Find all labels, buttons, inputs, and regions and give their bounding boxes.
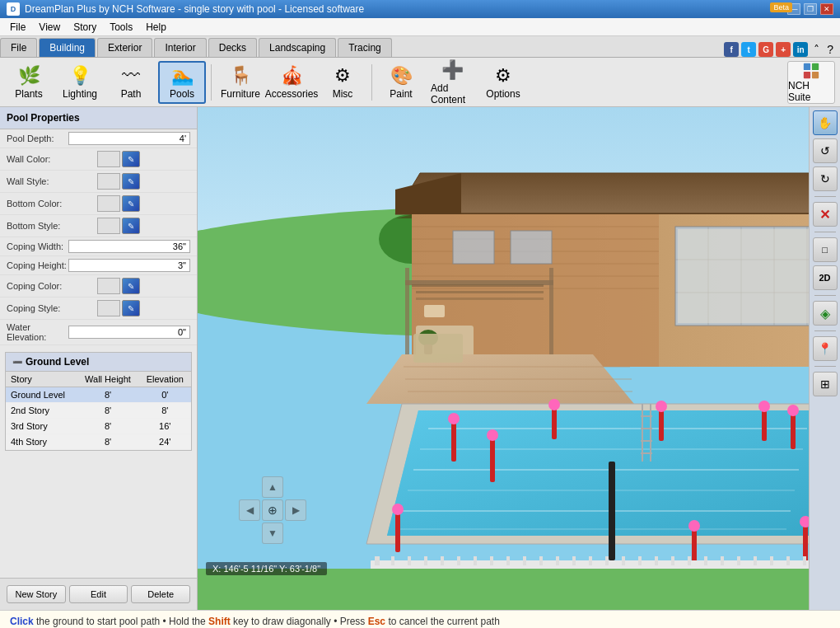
coping-height-input[interactable] [68,259,190,272]
water-elevation-input[interactable] [68,326,190,339]
coping-style-picker[interactable]: ✎ [122,300,140,316]
svg-rect-92 [589,556,592,573]
coping-style-box[interactable] [97,300,120,316]
close-button[interactable]: ✕ [820,3,833,15]
tool-misc[interactable]: ⚙ Misc [319,61,366,104]
story-row-1[interactable]: 2nd Story 8' 8' [6,403,191,419]
story-row-3[interactable]: 4th Story 8' 24' [6,434,191,450]
tool-2d-view-button[interactable]: 2D [813,265,838,290]
pools-icon: 🏊 [171,65,194,87]
title-bar: D DreamPlan Plus by NCH Software - singl… [0,0,840,18]
tab-landscaping[interactable]: Landscaping [259,38,336,57]
nav-right-button[interactable]: ▶ [285,499,306,521]
wall-color-box[interactable] [97,151,120,167]
help-icon[interactable]: ? [825,43,835,56]
status-text-1b: key to draw diagonally • Press [233,616,368,627]
tool-accessories-label: Accessories [265,88,319,100]
tool-furniture[interactable]: 🪑 Furniture [217,61,264,104]
coordinates-display: X: 146'-5 11/16" Y: 63'-1/8" [206,562,327,575]
svg-rect-73 [692,527,697,569]
linkedin-icon[interactable]: in [793,42,808,57]
nch-suite-button[interactable]: NCH Suite [787,61,835,104]
nav-up-button[interactable]: ▲ [262,476,283,498]
toolbar-separator-2 [371,64,372,101]
chevron-up-icon[interactable]: ˄ [810,43,823,56]
tab-exterior[interactable]: Exterior [97,38,152,57]
right-toolbar-sep-1 [814,196,836,197]
menu-file[interactable]: File [3,20,32,35]
menu-tools[interactable]: Tools [103,20,139,35]
svg-rect-105 [803,556,806,573]
svg-rect-88 [523,556,526,573]
tool-close-button[interactable]: ✕ [813,202,838,227]
tool-location-button[interactable]: 📍 [813,336,838,361]
menu-help[interactable]: Help [139,20,173,35]
story-row-2[interactable]: 3rd Story 8' 16' [6,419,191,434]
tool-grid-button[interactable]: ⊞ [813,372,838,396]
status-click-keyword: Click [10,616,34,627]
nav-center-button[interactable]: ⊕ [262,499,283,521]
tool-paint[interactable]: 🎨 Paint [377,61,425,104]
title-text: D DreamPlan Plus by NCH Software - singl… [7,2,364,16]
right-toolbar: ✋ ↺ ↻ ✕ □ 2D ◈ 📍 ⊞ [809,107,840,610]
menu-view[interactable]: View [32,20,67,35]
svg-point-5 [198,206,809,338]
menu-story[interactable]: Story [67,20,103,35]
svg-point-68 [656,401,667,412]
accessories-icon: 🎪 [281,65,303,87]
svg-rect-37 [424,305,445,317]
bottom-style-picker[interactable]: ✎ [122,218,140,234]
wall-style-picker[interactable]: ✎ [122,173,140,190]
tab-tracing[interactable]: Tracing [338,38,392,57]
story-elevation-2: 16' [139,419,191,434]
bottom-color-box[interactable] [97,195,120,212]
nav-down-button[interactable]: ▼ [262,523,283,544]
tool-hand-button[interactable]: ✋ [813,110,838,135]
story-name-2: 3rd Story [6,419,77,434]
coping-color-box[interactable] [97,278,120,294]
wall-color-picker[interactable]: ✎ [122,151,140,167]
tool-plants[interactable]: 🌿 Plants [5,61,53,104]
tool-options[interactable]: ⚙ Options [479,61,527,104]
coping-color-picker[interactable]: ✎ [122,278,140,294]
bottom-style-box[interactable] [97,218,120,234]
tool-add-content[interactable]: ➕ Add Content [428,61,476,104]
tool-lighting[interactable]: 💡 Lighting [56,61,104,104]
tool-accessories[interactable]: 🎪 Accessories [268,61,315,104]
tab-interior[interactable]: Interior [154,38,206,57]
tool-orbit-left-button[interactable]: ↺ [813,138,838,163]
nav-left-button[interactable]: ◀ [239,499,260,521]
viewport[interactable]: ▲ ◀ ⊕ ▶ ▼ X: 146'-5 11/16" Y: 63'-1/8" [198,107,809,610]
google-icon[interactable]: G [758,42,773,57]
maximize-button[interactable]: ❐ [804,3,817,15]
story-row-0[interactable]: Ground Level 8' 0' [6,387,191,403]
tab-decks[interactable]: Decks [208,38,257,57]
svg-rect-28 [453,231,494,264]
bottom-color-picker[interactable]: ✎ [122,195,140,212]
tab-file[interactable]: File [0,38,37,57]
ground-level-header[interactable]: ➖ Ground Level [6,353,191,372]
google-plus-icon[interactable]: + [776,42,791,57]
delete-button[interactable]: Delete [131,585,190,603]
wall-style-box[interactable] [97,173,120,190]
table-header-row: Story Wall Height Elevation [6,372,191,387]
edit-button[interactable]: Edit [69,585,128,603]
tool-green-diamond-button[interactable]: ◈ [813,301,838,326]
tab-building[interactable]: Building [39,38,96,57]
tool-path[interactable]: 〰 Path [107,61,155,104]
facebook-icon[interactable]: f [724,42,739,57]
pool-depth-input[interactable] [68,132,190,145]
svg-rect-0 [804,63,810,69]
twitter-icon[interactable]: t [741,42,756,57]
tool-pools[interactable]: 🏊 Pools [158,61,206,104]
coping-width-input[interactable] [68,240,190,253]
nav-row-top: ▲ [262,476,283,498]
svg-rect-99 [704,556,707,573]
tool-paint-label: Paint [390,88,412,100]
new-story-button[interactable]: New Story [7,585,66,603]
tool-furniture-label: Furniture [221,88,260,100]
tool-orbit-right-button[interactable]: ↻ [813,166,838,191]
svg-rect-4 [198,107,809,288]
tool-3d-view-button[interactable]: □ [813,237,838,262]
story-name-1: 2nd Story [6,403,77,419]
